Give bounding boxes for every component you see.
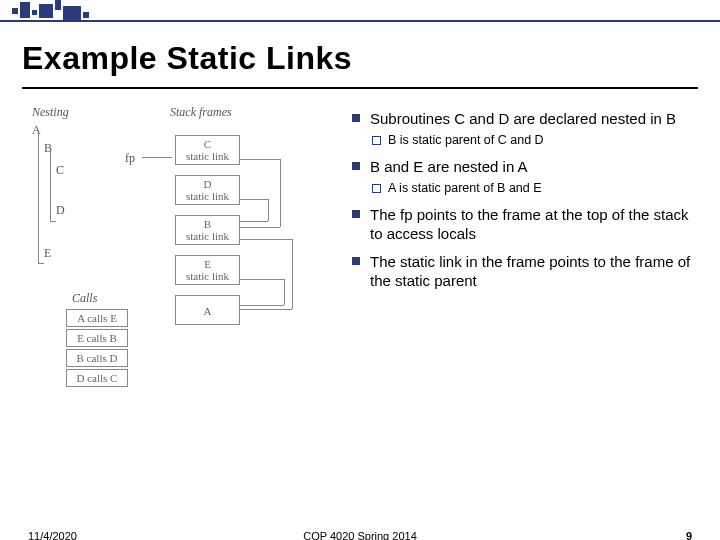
slide-title: Example Static Links: [0, 22, 720, 87]
frame-A: A: [175, 295, 240, 325]
fp-label: fp: [125, 151, 135, 166]
calls-heading: Calls: [72, 291, 97, 306]
frame-C-link: static link: [179, 150, 236, 162]
bullet-1-text: Subroutines C and D are declared nested …: [370, 110, 676, 127]
call-row-3: B calls D: [66, 349, 128, 367]
nest-C: C: [56, 163, 64, 178]
bullet-1-sub-1: B is static parent of C and D: [370, 132, 698, 149]
nesting-heading: Nesting: [32, 105, 69, 120]
call-row-1: A calls E: [66, 309, 128, 327]
footer-page-number: 9: [686, 530, 692, 540]
bullet-2-text: B and E are nested in A: [370, 158, 528, 175]
stackframes-heading: Stack frames: [170, 105, 232, 120]
bullet-list: Subroutines C and D are declared nested …: [350, 109, 698, 290]
bullet-2-sub-1: A is static parent of B and E: [370, 180, 698, 197]
frame-D: D static link: [175, 175, 240, 205]
frame-C: C static link: [175, 135, 240, 165]
call-row-2: E calls B: [66, 329, 128, 347]
nest-A: A: [32, 123, 41, 138]
frame-E-name: E: [179, 258, 236, 270]
frame-D-name: D: [179, 178, 236, 190]
corner-decoration: [10, 0, 100, 22]
bullet-3: The fp points to the frame at the top of…: [350, 205, 698, 243]
frame-B-name: B: [179, 218, 236, 230]
frame-E: E static link: [175, 255, 240, 285]
bullet-1: Subroutines C and D are declared nested …: [350, 109, 698, 149]
bullet-4: The static link in the frame points to t…: [350, 252, 698, 290]
frame-D-link: static link: [179, 190, 236, 202]
footer-course: COP 4020 Spring 2014: [0, 530, 720, 540]
bullets-column: Subroutines C and D are declared nested …: [330, 101, 698, 441]
frame-C-name: C: [179, 138, 236, 150]
bullet-2: B and E are nested in A A is static pare…: [350, 157, 698, 197]
frame-B-link: static link: [179, 230, 236, 242]
content-area: Nesting A B C D E Stack frames fp C stat…: [0, 89, 720, 441]
frame-E-link: static link: [179, 270, 236, 282]
frame-B: B static link: [175, 215, 240, 245]
nest-E: E: [44, 246, 51, 261]
top-accent-bar: [0, 0, 720, 22]
nest-D: D: [56, 203, 65, 218]
call-row-4: D calls C: [66, 369, 128, 387]
static-links-diagram: Nesting A B C D E Stack frames fp C stat…: [30, 101, 330, 431]
diagram-column: Nesting A B C D E Stack frames fp C stat…: [30, 101, 330, 441]
